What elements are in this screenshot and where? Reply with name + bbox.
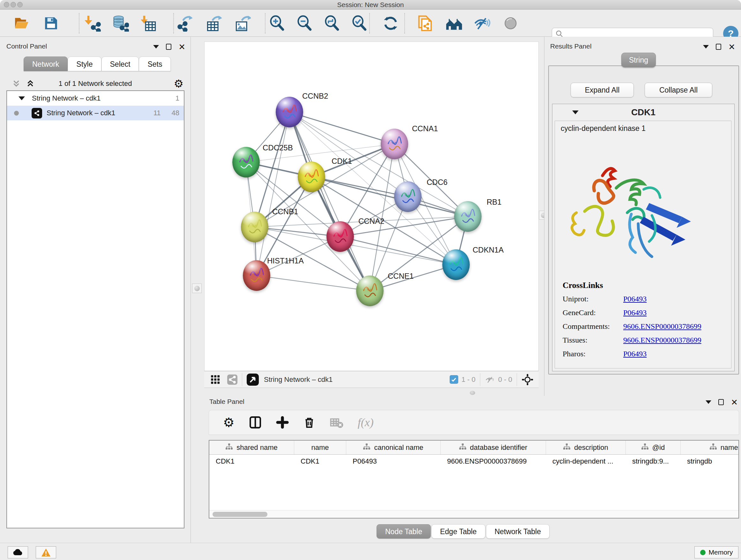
column-tree-icon — [642, 443, 649, 452]
left-splitter-handle[interactable] — [192, 284, 202, 293]
view-bar-separator — [480, 373, 480, 386]
column-header-name[interactable]: name — [294, 441, 346, 454]
network-canvas[interactable]: CCNB2CCNA1CDC25BCDK1CDC6RB1CCNB1CCNA2CDK… — [204, 42, 539, 371]
float-menu-icon[interactable] — [703, 45, 709, 49]
tab-edge-table[interactable]: Edge Table — [431, 524, 485, 539]
hide-selected-icon[interactable] — [473, 14, 491, 32]
network-options-gear-icon[interactable]: ⚙ — [174, 77, 184, 90]
column-header-@id[interactable]: @id — [626, 441, 681, 454]
fit-content-crosshair-icon[interactable] — [522, 374, 534, 386]
node-CDKN1A[interactable] — [442, 249, 470, 280]
network-share-icon[interactable] — [227, 374, 238, 385]
close-panel-icon[interactable]: ✕ — [179, 44, 185, 50]
cloud-button[interactable] — [8, 546, 28, 558]
memory-button[interactable]: Memory — [694, 546, 738, 558]
node-CDK1[interactable] — [298, 162, 325, 192]
selected-nodes-checkbox-icon[interactable] — [450, 375, 458, 384]
crosslink-value[interactable]: 9606.ENSP00000378699 — [623, 322, 701, 331]
birdseye-view-icon[interactable] — [247, 374, 259, 386]
cell-database-identifier: 9606.ENSP00000378699 — [441, 455, 546, 468]
delete-column-icon[interactable] — [303, 416, 316, 429]
edge-CCNB2-HIST1H1A[interactable] — [257, 112, 289, 275]
zoom-fit-icon[interactable] — [323, 14, 341, 32]
import-table-file-icon[interactable] — [140, 14, 158, 32]
collection-expand-icon[interactable] — [18, 97, 25, 100]
network-row[interactable]: String Network – cdk1 11 48 — [7, 106, 184, 120]
column-header-shared-name[interactable]: shared name — [209, 441, 294, 454]
table-panel-title: Table Panel — [209, 398, 245, 406]
float-panel-icon[interactable] — [718, 399, 724, 405]
crosslink-label: Pharos: — [562, 350, 623, 358]
tab-node-table[interactable]: Node Table — [377, 524, 431, 539]
float-menu-icon[interactable] — [153, 45, 159, 49]
node-CDC6[interactable] — [394, 181, 421, 212]
collapse-all-button[interactable]: Collapse All — [645, 83, 712, 98]
column-tree-icon — [226, 443, 232, 452]
export-image-icon[interactable] — [233, 14, 252, 32]
table-options-gear-icon[interactable]: ⚙ — [223, 415, 234, 430]
column-header-description[interactable]: description — [546, 441, 626, 454]
expand-all-chevron-icon[interactable] — [25, 79, 35, 88]
show-all-icon[interactable] — [502, 14, 520, 32]
tab-network[interactable]: Network — [23, 57, 68, 71]
node-HIST1H1A[interactable] — [243, 260, 270, 291]
import-network-database-icon[interactable] — [112, 14, 130, 32]
tab-sets[interactable]: Sets — [139, 57, 171, 71]
save-session-icon[interactable] — [42, 14, 60, 32]
float-panel-icon[interactable] — [716, 44, 721, 50]
crosslink-value[interactable]: P06493 — [623, 295, 647, 303]
gene-details: cyclin-dependent kinase 1 — [555, 121, 731, 368]
grid-view-icon[interactable] — [211, 375, 220, 384]
edge-CCNA2-CDKN1A[interactable] — [340, 237, 456, 265]
crosslink-row: Tissues:9606.ENSP00000378699 — [562, 336, 701, 345]
open-session-icon[interactable] — [13, 14, 30, 32]
node-CCNB1[interactable] — [241, 212, 268, 242]
crosslink-row: Uniprot:P06493 — [562, 295, 701, 303]
column-header-canonical-name[interactable]: canonical name — [346, 441, 441, 454]
float-menu-icon[interactable] — [705, 400, 711, 404]
table-row[interactable]: CDK1CDK1P064939606.ENSP00000378699cyclin… — [209, 455, 738, 468]
node-RB1[interactable] — [454, 201, 482, 232]
crosslink-value[interactable]: P06493 — [623, 350, 647, 358]
zoom-selected-icon[interactable] — [350, 14, 368, 32]
section-collapse-icon[interactable] — [572, 111, 579, 114]
tab-style[interactable]: Style — [68, 57, 101, 71]
zoom-out-icon[interactable] — [295, 14, 313, 32]
node-CCNA1[interactable] — [381, 129, 408, 159]
table-horizontal-scrollbar[interactable] — [209, 510, 738, 518]
crosslink-value[interactable]: P06493 — [623, 308, 647, 317]
tab-string[interactable]: String — [621, 53, 656, 67]
expand-all-button[interactable]: Expand All — [570, 83, 634, 98]
memory-status-dot — [700, 550, 705, 555]
node-CCNB2[interactable] — [276, 97, 303, 127]
scrollbar-thumb[interactable] — [212, 512, 267, 517]
first-neighbors-icon[interactable] — [445, 14, 463, 32]
column-header-database-identifier[interactable]: database identifier — [441, 441, 546, 454]
node-table: shared namenamecanonical namedatabase id… — [209, 440, 739, 518]
zoom-in-icon[interactable] — [268, 14, 286, 32]
node-CDC25B[interactable] — [232, 147, 260, 178]
edge-HIST1H1A-CCNE1[interactable] — [257, 275, 370, 291]
close-panel-icon[interactable]: ✕ — [728, 44, 735, 50]
collapse-all-chevron-icon[interactable] — [11, 79, 21, 88]
float-panel-icon[interactable] — [166, 44, 172, 50]
crosslink-value[interactable]: 9606.ENSP00000378699 — [623, 336, 701, 345]
refresh-icon[interactable] — [382, 14, 400, 32]
gene-section-header[interactable]: CDK1 — [552, 104, 734, 121]
close-panel-icon[interactable]: ✕ — [731, 399, 738, 405]
tab-network-table[interactable]: Network Table — [486, 524, 549, 539]
network-collection-row[interactable]: String Network – cdk1 1 — [7, 91, 184, 106]
export-table-icon[interactable] — [205, 14, 223, 32]
horizontal-splitter-handle[interactable] — [470, 391, 475, 395]
warnings-button[interactable] — [36, 546, 56, 558]
create-column-icon[interactable] — [276, 416, 289, 429]
export-network-icon[interactable] — [176, 14, 194, 32]
node-CCNE1[interactable] — [356, 275, 384, 306]
clone-network-icon[interactable] — [416, 14, 434, 32]
column-header-namespace[interactable]: namespace — [681, 441, 739, 454]
tab-select[interactable]: Select — [102, 57, 139, 71]
show-columns-icon[interactable] — [249, 416, 262, 429]
node-CCNA2[interactable] — [327, 221, 354, 252]
edge-CCNB2-CCNA1[interactable] — [289, 112, 394, 144]
import-network-file-icon[interactable] — [84, 14, 102, 32]
